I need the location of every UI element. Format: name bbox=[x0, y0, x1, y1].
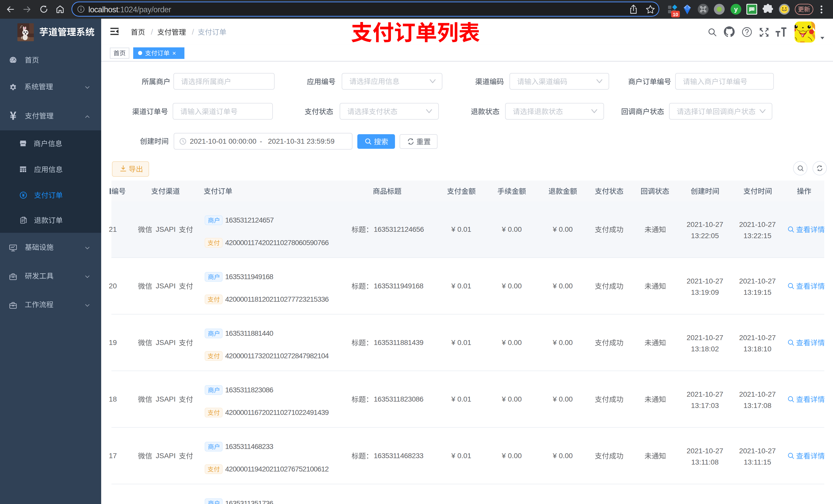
svg-text:y: y bbox=[734, 5, 738, 13]
